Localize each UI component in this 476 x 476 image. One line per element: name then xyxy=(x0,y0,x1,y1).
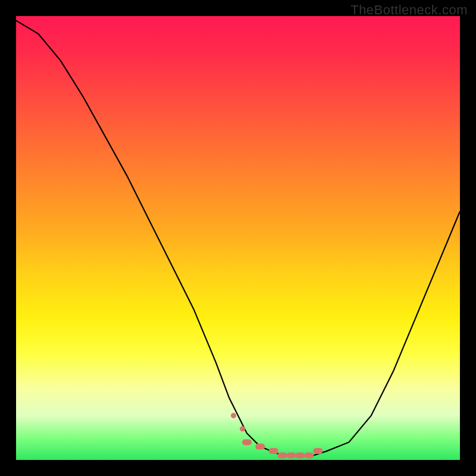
optimal-marker xyxy=(304,453,314,459)
watermark-text: TheBottleneck.com xyxy=(350,2,468,18)
optimal-marker xyxy=(278,453,287,459)
optimal-marker-dot xyxy=(240,426,245,431)
optimal-marker xyxy=(295,453,305,459)
optimal-marker xyxy=(313,448,322,454)
bottleneck-curve xyxy=(16,21,460,456)
bottleneck-chart xyxy=(16,16,460,460)
optimal-marker xyxy=(255,444,265,450)
chart-svg xyxy=(16,16,460,460)
optimal-marker xyxy=(287,453,296,459)
optimal-marker xyxy=(242,439,252,445)
optimal-markers xyxy=(231,413,322,459)
optimal-marker-dot xyxy=(231,413,236,418)
optimal-marker xyxy=(269,448,278,454)
